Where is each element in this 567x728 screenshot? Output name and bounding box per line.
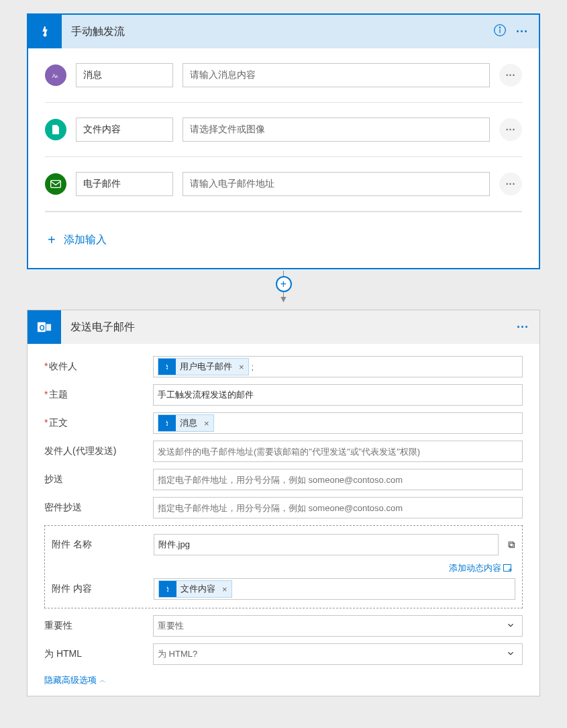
body-row: *正文 消息 × [44, 412, 523, 434]
svg-rect-6 [51, 181, 61, 188]
trigger-title: 手动触发流 [62, 25, 493, 39]
recipient-row: *收件人 用户电子邮件 × ; [44, 356, 523, 377]
chevron-up-icon: ︿ [99, 676, 106, 685]
subject-row: *主题 [44, 384, 523, 406]
svg-text:A: A [55, 75, 58, 79]
bcc-input[interactable] [158, 503, 518, 513]
field-label: 抄送 [44, 473, 146, 486]
field-label: 为 HTML [44, 648, 146, 660]
field-label: 发件人(代理发送) [44, 445, 146, 457]
input-label[interactable]: 电子邮件 [76, 172, 173, 196]
recipient-field[interactable]: 用户电子邮件 × ; [153, 356, 523, 377]
field-label: 密件抄送 [44, 502, 146, 514]
mail-type-icon [45, 173, 66, 195]
trigger-icon [28, 15, 62, 48]
input-label[interactable]: 文件内容 [76, 118, 173, 142]
trigger-card: 手动触发流 ··· AA 消息 请输入消息内容 ··· 文件内容 请选择文件或图… [27, 13, 540, 269]
svg-text:O: O [40, 324, 45, 332]
svg-rect-9 [46, 324, 51, 330]
cc-row: 抄送 [44, 469, 523, 490]
attach-name-field[interactable] [154, 534, 499, 555]
email-ellipsis-icon[interactable]: ··· [517, 320, 529, 334]
add-input-button[interactable]: + 添加输入 [45, 212, 522, 268]
subject-field[interactable] [153, 384, 523, 406]
email-header[interactable]: O 发送电子邮件 ··· [28, 310, 539, 344]
token-flow-icon [159, 581, 176, 597]
row-ellipsis-icon[interactable]: ··· [499, 64, 522, 87]
importance-row: 重要性 重要性 [44, 615, 523, 637]
item-toggle-icon[interactable]: ⧉ [508, 539, 515, 551]
token-remove-icon[interactable]: × [200, 418, 213, 428]
input-placeholder[interactable]: 请输入电子邮件地址 [183, 172, 490, 196]
cc-field[interactable] [153, 469, 523, 490]
outlook-icon: O [28, 310, 61, 344]
file-type-icon [45, 119, 66, 140]
attach-name-input[interactable] [158, 540, 494, 550]
field-label: *主题 [44, 389, 146, 401]
bcc-field[interactable] [153, 497, 523, 518]
email-title: 发送电子邮件 [61, 320, 517, 334]
add-step-button[interactable]: + [276, 276, 292, 292]
email-body: *收件人 用户电子邮件 × ; *主题 *正文 消息 [28, 344, 539, 696]
body-field[interactable]: 消息 × [153, 412, 523, 434]
trigger-ellipsis-icon[interactable]: ··· [516, 25, 528, 39]
trigger-input-row: 文件内容 请选择文件或图像 ··· [45, 103, 522, 157]
html-select[interactable]: 为 HTML? [153, 643, 523, 665]
input-label[interactable]: 消息 [76, 63, 173, 87]
sender-row: 发件人(代理发送) [44, 441, 523, 462]
attach-content-row: 附件 内容 文件内容 × [52, 578, 515, 600]
add-input-label: 添加输入 [64, 233, 107, 247]
text-type-icon: AA [45, 64, 66, 86]
chevron-down-icon [506, 621, 515, 632]
trigger-header[interactable]: 手动触发流 ··· [28, 15, 539, 48]
sender-input[interactable] [158, 447, 518, 457]
plus-icon: + [48, 232, 56, 248]
dynamic-token[interactable]: 用户电子邮件 × [158, 358, 249, 375]
attach-name-row: 附件 名称 ⧉ [52, 534, 515, 555]
row-ellipsis-icon[interactable]: ··· [499, 118, 522, 141]
chevron-down-icon [506, 649, 515, 660]
trigger-body: AA 消息 请输入消息内容 ··· 文件内容 请选择文件或图像 ··· 电子邮件… [28, 48, 539, 268]
svg-point-10 [166, 368, 168, 369]
svg-point-11 [166, 424, 168, 426]
token-remove-icon[interactable]: × [235, 362, 248, 372]
field-label: 附件 名称 [52, 539, 147, 551]
svg-point-3 [499, 27, 500, 28]
field-label: *收件人 [44, 361, 146, 373]
trigger-input-row: 电子邮件 请输入电子邮件地址 ··· [45, 157, 522, 212]
field-label: 重要性 [44, 620, 146, 632]
field-label: *正文 [44, 417, 146, 429]
attach-content-field[interactable]: 文件内容 × [154, 578, 515, 600]
bcc-row: 密件抄送 [44, 497, 523, 518]
html-row: 为 HTML 为 HTML? [44, 643, 523, 665]
attachment-group: 附件 名称 ⧉ 添加动态内容 附件 内容 文件内容 × [44, 525, 523, 608]
sender-field[interactable] [153, 441, 523, 462]
importance-select[interactable]: 重要性 [153, 615, 523, 637]
token-flow-icon [158, 359, 176, 375]
input-placeholder[interactable]: 请输入消息内容 [183, 63, 490, 87]
hide-advanced-link[interactable]: 隐藏高级选项 ︿ [44, 672, 106, 686]
svg-point-12 [167, 590, 168, 592]
email-card: O 发送电子邮件 ··· *收件人 用户电子邮件 × ; *主题 [27, 310, 540, 696]
dynamic-token[interactable]: 文件内容 × [158, 580, 232, 598]
trigger-input-row: AA 消息 请输入消息内容 ··· [45, 48, 522, 103]
row-ellipsis-icon[interactable]: ··· [499, 173, 522, 195]
token-remove-icon[interactable]: × [218, 584, 231, 594]
input-placeholder[interactable]: 请选择文件或图像 [183, 118, 490, 142]
svg-point-0 [44, 34, 46, 36]
token-flow-icon [158, 415, 176, 431]
field-label: 附件 内容 [52, 583, 147, 595]
subject-input[interactable] [158, 390, 518, 400]
dynamic-token[interactable]: 消息 × [158, 414, 214, 432]
add-dynamic-link[interactable]: 添加动态内容 [52, 561, 515, 578]
dynamic-content-icon [503, 564, 511, 572]
connector: + ▼ [27, 269, 540, 310]
cc-input[interactable] [158, 475, 518, 485]
info-icon[interactable] [493, 24, 507, 40]
